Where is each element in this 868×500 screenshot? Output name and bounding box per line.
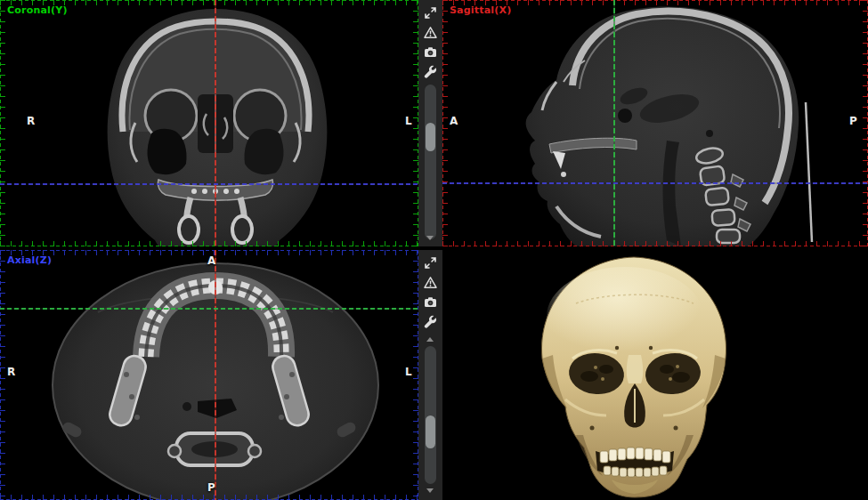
sagittal-orientation-posterior-marker: P xyxy=(849,115,857,127)
axial-orientation-left-marker: L xyxy=(405,366,412,378)
wrench-icon[interactable] xyxy=(421,62,440,80)
panel-axial[interactable]: Axial(Z) A R L P xyxy=(0,250,418,500)
sagittal-ct-image xyxy=(442,0,868,246)
coronal-ct-image xyxy=(0,0,418,246)
axial-crosshair-coronal-line[interactable] xyxy=(0,308,418,310)
camera-icon[interactable] xyxy=(421,293,440,310)
axial-border-left xyxy=(0,250,5,500)
coronal-crosshair-axial-line[interactable] xyxy=(0,183,418,185)
expand-icon[interactable] xyxy=(421,4,440,21)
scroll-up-icon[interactable] xyxy=(426,337,434,342)
coronal-slice-scrollbar-thumb[interactable] xyxy=(426,123,435,151)
cbct-viewer-root: Coronal(Y) R L xyxy=(0,0,868,500)
toolstrip-axial xyxy=(418,250,442,500)
coronal-orientation-left-marker: L xyxy=(405,115,412,127)
axial-orientation-right-marker: R xyxy=(7,366,15,378)
axial-slice-scrollbar[interactable] xyxy=(425,346,436,484)
warning-icon[interactable] xyxy=(421,273,440,291)
sagittal-crosshair-coronal-line[interactable] xyxy=(613,0,615,246)
warning-icon[interactable] xyxy=(421,23,440,41)
axial-ct-image xyxy=(0,250,418,500)
coronal-border-left xyxy=(0,0,5,246)
sagittal-panel-title: Sagittal(X) xyxy=(450,4,511,16)
panel-coronal[interactable]: Coronal(Y) R L xyxy=(0,0,418,246)
expand-icon[interactable] xyxy=(421,254,440,271)
panel-3d-volume[interactable] xyxy=(442,250,868,500)
coronal-orientation-right-marker: R xyxy=(27,115,35,127)
axial-border-bottom xyxy=(0,495,418,500)
axial-orientation-posterior-marker: P xyxy=(207,481,215,494)
axial-panel-title: Axial(Z) xyxy=(7,254,52,266)
headrest-artifact-line xyxy=(806,102,812,242)
sagittal-border-right xyxy=(863,0,868,246)
sagittal-crosshair-axial-line[interactable] xyxy=(442,182,868,184)
axial-slice-scrollbar-thumb[interactable] xyxy=(426,415,435,448)
coronal-panel-title: Coronal(Y) xyxy=(7,4,68,16)
coronal-slice-scrollbar[interactable] xyxy=(425,85,436,239)
axial-orientation-anterior-marker: A xyxy=(207,254,215,267)
coronal-border-bottom xyxy=(0,241,418,246)
scroll-down-icon[interactable] xyxy=(426,488,434,493)
panel-sagittal[interactable]: Sagittal(X) A P xyxy=(442,0,868,246)
sagittal-border-bottom xyxy=(442,241,868,246)
3d-skull-render xyxy=(442,250,868,500)
sagittal-border-left xyxy=(442,0,448,246)
coronal-crosshair-sagittal-line[interactable] xyxy=(215,0,216,246)
sagittal-orientation-anterior-marker: A xyxy=(450,115,458,127)
wrench-icon[interactable] xyxy=(421,312,440,330)
axial-crosshair-sagittal-line[interactable] xyxy=(215,250,216,500)
scroll-down-icon[interactable] xyxy=(426,236,434,240)
toolstrip-coronal xyxy=(418,0,442,246)
camera-icon[interactable] xyxy=(421,43,440,60)
